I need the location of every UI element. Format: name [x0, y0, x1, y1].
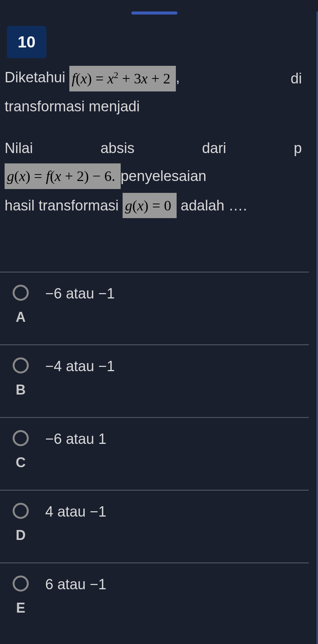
option-text: −6 atau −1	[45, 285, 115, 302]
radio-c[interactable]	[13, 430, 29, 446]
options-list: A −6 atau −1 B −4 atau −1 C −6 atau 1 D …	[0, 272, 309, 635]
question-text-part: dari	[202, 137, 226, 160]
radio-d[interactable]	[13, 503, 29, 519]
radio-b[interactable]	[13, 357, 29, 373]
option-text: 6 atau −1	[45, 576, 107, 593]
question-text-part: hasil transformasi	[5, 194, 119, 217]
question-text-part: penyelesaian	[121, 165, 207, 187]
option-text: 4 atau −1	[45, 503, 107, 520]
option-letter: E	[16, 600, 25, 616]
question-text-part: Nilai	[5, 137, 33, 160]
option-letter: C	[16, 455, 26, 471]
formula-gx-zero: g(x) = 0	[123, 193, 177, 218]
question-text-part: transformasi menjadi	[5, 98, 140, 114]
question-text-part: Diketahui	[5, 69, 65, 85]
radio-e[interactable]	[13, 576, 29, 592]
scrollbar[interactable]	[311, 0, 318, 644]
formula-gx-def: g(x) = f(x + 2) − 6.	[5, 163, 121, 189]
option-text: −4 atau −1	[45, 357, 115, 375]
option-letter: A	[16, 309, 26, 325]
option-letter: D	[16, 527, 26, 543]
formula-fx: f(x) = x2 + 3x + 2	[69, 66, 176, 91]
option-letter: B	[16, 382, 26, 398]
question-number-badge: 10	[7, 26, 46, 58]
option-c[interactable]: C −6 atau 1	[0, 417, 309, 490]
question-text-part: p	[294, 137, 302, 160]
drag-handle[interactable]	[131, 11, 177, 15]
question-body: Diketahui f(x) = x2 + 3x + 2f(x) = x² + …	[0, 66, 309, 233]
question-text-part: di	[290, 67, 302, 90]
option-e[interactable]: E 6 atau −1	[0, 562, 309, 635]
option-text: −6 atau 1	[45, 430, 107, 447]
option-b[interactable]: B −4 atau −1	[0, 344, 309, 417]
question-text-part: adalah ….	[181, 194, 247, 217]
question-text-part: absis	[100, 137, 134, 160]
radio-a[interactable]	[13, 285, 29, 301]
option-a[interactable]: A −6 atau −1	[0, 272, 309, 344]
option-d[interactable]: D 4 atau −1	[0, 490, 309, 562]
